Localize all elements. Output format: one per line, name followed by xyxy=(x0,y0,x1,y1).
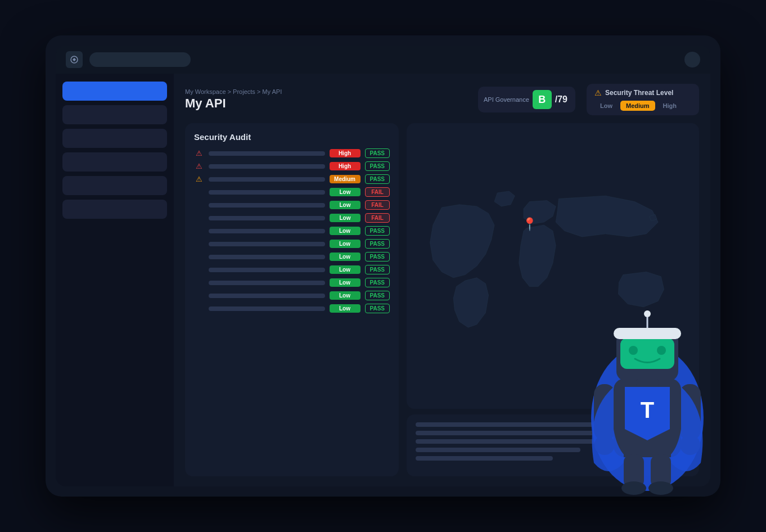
result-badge: PASS xyxy=(365,252,390,262)
audit-row: LowFAIL xyxy=(194,200,390,210)
breadcrumb-section: My Workspace > Projects > My API My API xyxy=(185,88,467,111)
sidebar-item-1[interactable] xyxy=(62,82,167,101)
audit-row: LowFAIL xyxy=(194,213,390,223)
audit-row: LowPASS xyxy=(194,252,390,262)
page-title: My API xyxy=(185,96,467,111)
content-header: My Workspace > Projects > My API My API … xyxy=(185,84,699,115)
map-container: 📍 xyxy=(407,123,699,409)
severity-badge: Low xyxy=(330,253,361,261)
top-bar xyxy=(56,46,710,74)
result-badge: PASS xyxy=(365,278,390,287)
main-layout: My Workspace > Projects > My API My API … xyxy=(56,74,710,486)
audit-bar xyxy=(209,164,325,169)
audit-bar xyxy=(209,190,325,195)
audit-bar xyxy=(209,281,325,285)
grade-box: B xyxy=(533,90,552,109)
danger-icon: ⚠ xyxy=(194,149,204,157)
world-map-svg xyxy=(407,123,699,409)
content-area: My Workspace > Projects > My API My API … xyxy=(174,74,710,486)
search-bar[interactable] xyxy=(89,52,191,67)
warning-icon: ⚠ xyxy=(594,88,602,97)
severity-badge: Low xyxy=(330,188,361,196)
audit-bar xyxy=(209,216,325,220)
severity-badge: Low xyxy=(330,201,361,209)
threat-panel: ⚠ Security Threat Level Low Medium High xyxy=(587,84,699,115)
severity-badge: High xyxy=(330,162,361,170)
audit-title: Security Audit xyxy=(194,132,390,142)
audit-row: LowPASS xyxy=(194,226,390,236)
audit-row: LowPASS xyxy=(194,239,390,249)
audit-row: LowFAIL xyxy=(194,187,390,197)
threat-level-high[interactable]: High xyxy=(657,101,682,111)
audit-bar xyxy=(209,203,325,208)
result-badge: FAIL xyxy=(365,200,390,210)
audit-bar xyxy=(209,229,325,233)
sidebar-item-4[interactable] xyxy=(62,152,167,172)
audit-row: ⚠HighPASS xyxy=(194,148,390,158)
audit-panel: Security Audit ⚠HighPASS⚠HighPASS⚠Medium… xyxy=(185,123,399,476)
severity-badge: Low xyxy=(330,291,361,300)
audit-row: ⚠MediumPASS xyxy=(194,174,390,184)
result-badge: PASS xyxy=(365,304,390,313)
audit-row: LowPASS xyxy=(194,265,390,274)
logo-icon xyxy=(66,51,83,68)
result-badge: PASS xyxy=(365,291,390,300)
result-badge: PASS xyxy=(365,148,390,158)
panels-row: Security Audit ⚠HighPASS⚠HighPASS⚠Medium… xyxy=(185,123,699,476)
audit-row: LowPASS xyxy=(194,304,390,313)
audit-bar xyxy=(209,242,325,246)
threat-level-medium[interactable]: Medium xyxy=(620,101,655,111)
severity-badge: Low xyxy=(330,265,361,274)
result-badge: PASS xyxy=(365,265,390,274)
danger-icon: ⚠ xyxy=(194,162,204,170)
location-pin: 📍 xyxy=(522,217,537,232)
audit-bar xyxy=(209,151,325,156)
governance-badge: API Governance B /79 xyxy=(478,87,575,112)
info-line-4 xyxy=(416,448,580,452)
user-avatar[interactable] xyxy=(684,52,700,67)
result-badge: PASS xyxy=(365,161,390,171)
info-box xyxy=(407,414,699,476)
severity-badge: Low xyxy=(330,227,361,235)
threat-title-row: ⚠ Security Threat Level xyxy=(594,88,691,97)
result-badge: FAIL xyxy=(365,187,390,197)
info-line-3 xyxy=(416,439,635,444)
sidebar-item-2[interactable] xyxy=(62,105,167,124)
result-badge: PASS xyxy=(365,226,390,236)
severity-badge: Low xyxy=(330,304,361,313)
breadcrumb: My Workspace > Projects > My API xyxy=(185,88,467,95)
severity-badge: Low xyxy=(330,240,361,248)
grade-score: /79 xyxy=(555,94,567,105)
warning-icon: ⚠ xyxy=(194,175,204,183)
audit-bar xyxy=(209,294,325,298)
result-badge: PASS xyxy=(365,174,390,184)
audit-list: ⚠HighPASS⚠HighPASS⚠MediumPASSLowFAILLowF… xyxy=(194,148,390,313)
audit-bar xyxy=(209,255,325,259)
threat-level-low[interactable]: Low xyxy=(594,101,618,111)
device-frame: My Workspace > Projects > My API My API … xyxy=(46,35,720,497)
threat-levels: Low Medium High xyxy=(594,101,691,111)
device-inner: My Workspace > Projects > My API My API … xyxy=(56,46,710,486)
severity-badge: Low xyxy=(330,214,361,222)
sidebar-item-5[interactable] xyxy=(62,176,167,195)
info-line-1 xyxy=(416,422,663,427)
sidebar xyxy=(56,74,174,486)
audit-bar xyxy=(209,268,325,272)
sidebar-item-3[interactable] xyxy=(62,129,167,148)
audit-bar xyxy=(209,306,325,311)
result-badge: FAIL xyxy=(365,213,390,223)
audit-row: LowPASS xyxy=(194,278,390,287)
sidebar-item-6[interactable] xyxy=(62,200,167,219)
audit-row: LowPASS xyxy=(194,291,390,300)
severity-badge: Medium xyxy=(330,175,361,183)
severity-badge: High xyxy=(330,149,361,157)
audit-row: ⚠HighPASS xyxy=(194,161,390,171)
result-badge: PASS xyxy=(365,239,390,249)
right-panel: 📍 xyxy=(407,123,699,476)
audit-bar xyxy=(209,177,325,182)
threat-title: Security Threat Level xyxy=(605,89,673,97)
severity-badge: Low xyxy=(330,278,361,287)
info-line-2 xyxy=(416,431,608,435)
governance-label: API Governance xyxy=(484,96,529,103)
info-line-5 xyxy=(416,456,553,461)
